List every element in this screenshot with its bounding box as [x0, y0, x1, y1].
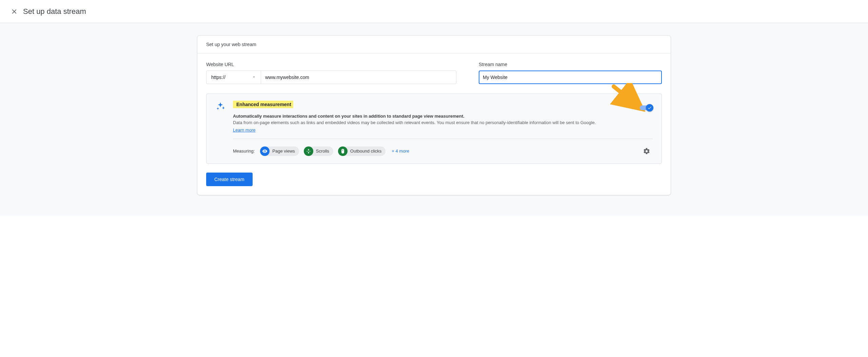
chip-page-views-label: Page views: [272, 148, 295, 154]
enhanced-title: Enhanced measurement: [233, 101, 293, 108]
canvas: Set up your web stream Website URL https…: [0, 23, 868, 216]
gear-icon: [643, 147, 650, 155]
input-row: Website URL https:// Stream name: [206, 62, 662, 84]
enhanced-toggle[interactable]: [640, 105, 653, 110]
website-url-field: Website URL https://: [206, 62, 456, 84]
stream-name-input[interactable]: [479, 71, 512, 83]
protocol-select[interactable]: https://: [206, 71, 261, 84]
chevron-down-icon: [252, 75, 256, 80]
chip-outbound-clicks: Outbound clicks: [338, 146, 386, 156]
close-button[interactable]: [8, 5, 20, 18]
enhanced-desc-bold: Automatically measure interactions and c…: [233, 114, 653, 119]
chip-page-views: Page views: [260, 146, 299, 156]
mouse-icon: [338, 146, 348, 156]
chip-scrolls: Scrolls: [304, 146, 333, 156]
stream-name-label: Stream name: [479, 62, 662, 67]
chip-scrolls-label: Scrolls: [316, 148, 329, 154]
website-url-label: Website URL: [206, 62, 456, 67]
enhanced-settings-button[interactable]: [640, 145, 653, 157]
scroll-icon: [304, 146, 313, 156]
measuring-label: Measuring:: [233, 148, 255, 154]
check-icon: [647, 105, 652, 110]
enhanced-desc: Data from on-page elements such as links…: [233, 119, 653, 126]
protocol-value: https://: [211, 75, 225, 80]
page-title: Set up data stream: [23, 7, 86, 16]
setup-card: Set up your web stream Website URL https…: [197, 35, 671, 195]
learn-more-link[interactable]: Learn more: [233, 127, 255, 133]
enhanced-measurement-panel: Enhanced measurement Automatically measu…: [206, 94, 662, 164]
create-stream-button[interactable]: Create stream: [206, 173, 253, 186]
chip-outbound-label: Outbound clicks: [350, 148, 382, 154]
more-chips-link[interactable]: + 4 more: [392, 148, 409, 154]
close-icon: [11, 8, 18, 15]
eye-icon: [260, 146, 270, 156]
website-url-input[interactable]: [261, 71, 456, 84]
card-section-title: Set up your web stream: [197, 36, 671, 54]
sparkle-icon: [215, 101, 225, 112]
page-header: Set up data stream: [0, 0, 868, 23]
stream-name-field: Stream name: [479, 62, 662, 84]
